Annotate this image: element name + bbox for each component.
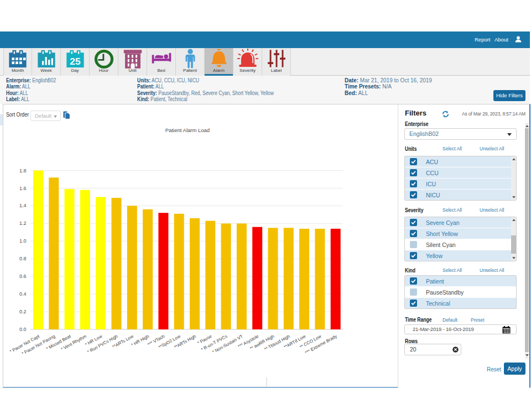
- svg-text:25: 25: [70, 55, 81, 66]
- svg-text:1.4: 1.4: [19, 203, 27, 208]
- svg-text:1.6: 1.6: [19, 186, 27, 191]
- svg-text:1.8: 1.8: [19, 168, 27, 174]
- svg-text:1.0: 1.0: [19, 238, 27, 244]
- svg-text:* HR High: * HR High: [131, 334, 150, 348]
- svg-text:0.0: 0.0: [19, 327, 27, 332]
- svg-text:1.2: 1.2: [19, 221, 27, 226]
- svg-text:0.4: 0.4: [19, 291, 27, 297]
- svg-text:0.2: 0.2: [19, 309, 27, 314]
- svg-text:Patient Alarm Load: Patient Alarm Load: [165, 127, 210, 133]
- svg-text:0.8: 0.8: [19, 256, 27, 261]
- svg-text:0.6: 0.6: [19, 274, 27, 279]
